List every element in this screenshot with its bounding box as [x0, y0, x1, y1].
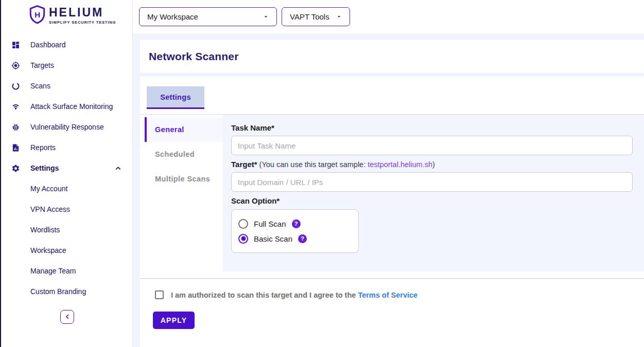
sidebar-item-label: Settings	[30, 164, 59, 172]
scan-option-group: Full Scan ? Basic Scan ?	[231, 209, 359, 253]
sidebar-item-targets[interactable]: Targets	[1, 55, 132, 76]
app-window: H HELIUM SIMPLIFY SECURITY TESTING Dashb…	[0, 0, 644, 347]
authorization-text: I am authorized to scan this target and …	[171, 291, 417, 299]
subnav-item-scheduled[interactable]: Scheduled	[145, 142, 223, 167]
page-title-card: Network Scanner	[140, 40, 644, 73]
logo-text: HELIUM SIMPLIFY SECURITY TESTING	[49, 7, 116, 25]
workspace-dropdown[interactable]: My Workspace	[139, 7, 277, 26]
terms-of-service-link[interactable]: Terms of Service	[358, 291, 417, 299]
form-divider	[140, 278, 644, 279]
sidebar-item-scans[interactable]: Scans	[1, 76, 132, 96]
brand-tagline: SIMPLIFY SECURITY TESTING	[49, 20, 116, 25]
shield-logo-icon: H	[29, 5, 45, 27]
sidebar-subitem-workspace[interactable]: Workspace	[1, 240, 132, 261]
task-name-label: Task Name*	[231, 123, 633, 132]
sidebar-item-label: Dashboard	[30, 41, 66, 49]
vapt-tools-dropdown[interactable]: VAPT Tools	[282, 7, 350, 26]
subitem-label: My Account	[30, 185, 67, 193]
target-label: Target* (You can use this target sample:…	[231, 160, 633, 169]
page-title: Network Scanner	[149, 50, 239, 63]
help-icon[interactable]: ?	[292, 220, 301, 228]
sidebar: H HELIUM SIMPLIFY SECURITY TESTING Dashb…	[1, 0, 133, 347]
subitem-label: Manage Team	[30, 267, 76, 275]
sidebar-item-label: Attack Surface Monitoring	[30, 102, 113, 111]
chevron-left-icon	[64, 313, 71, 322]
target-hint: (You can use this target sample: testpor…	[257, 160, 435, 169]
brand-name: HELIUM	[49, 7, 116, 19]
target-input[interactable]	[231, 172, 633, 192]
sidebar-nav: Dashboard Targets Scans Attack Surface M…	[1, 34, 132, 302]
subnav-item-general[interactable]: General	[145, 117, 223, 142]
subitem-label: Wordlists	[30, 226, 60, 234]
radio-label: Full Scan	[254, 220, 286, 228]
subitem-label: Workspace	[30, 246, 66, 254]
settings-panel: General Scheduled Multiple Scans Task Na…	[140, 115, 644, 271]
vapt-tools-dropdown-value: VAPT Tools	[290, 12, 329, 21]
helium-logo[interactable]: H HELIUM SIMPLIFY SECURITY TESTING	[1, 0, 132, 27]
subitem-label: Custom Branding	[30, 287, 86, 296]
sidebar-subitem-manage-team[interactable]: Manage Team	[1, 261, 132, 281]
topbar: My Workspace VAPT Tools	[133, 0, 644, 33]
sidebar-item-attack-surface-monitoring[interactable]: Attack Surface Monitoring	[1, 96, 132, 117]
radio-label: Basic Scan	[254, 234, 292, 243]
gear-icon	[11, 164, 20, 173]
sidebar-subitem-my-account[interactable]: My Account	[1, 178, 132, 199]
sidebar-subitem-vpn-access[interactable]: VPN Access	[1, 199, 132, 220]
radio-option-full-scan[interactable]: Full Scan ?	[238, 217, 358, 230]
scan-icon	[11, 82, 20, 90]
report-icon	[11, 143, 20, 152]
main-content: My Workspace VAPT Tools Network Scanner …	[133, 0, 644, 347]
sidebar-item-settings[interactable]: Settings	[1, 158, 132, 178]
subitem-label: VPN Access	[30, 205, 70, 213]
scan-form: Task Name* Target* (You can use this tar…	[223, 115, 644, 271]
sidebar-subitem-wordlists[interactable]: Wordlists	[1, 220, 132, 240]
svg-text:H: H	[34, 10, 40, 19]
target-hint-suffix: )	[432, 160, 435, 169]
sidebar-item-dashboard[interactable]: Dashboard	[1, 34, 132, 55]
sidebar-collapse-button[interactable]	[60, 310, 74, 324]
settings-subnav: General Scheduled Multiple Scans	[145, 115, 223, 271]
sidebar-item-label: Reports	[30, 143, 56, 152]
target-hint-prefix: (You can use this target sample:	[257, 160, 368, 169]
wifi-icon	[11, 102, 20, 111]
scanner-card: Settings General Scheduled Multiple Scan…	[140, 77, 644, 347]
target-sample-link[interactable]: testportal.helium.sh	[368, 160, 432, 169]
dashboard-icon	[11, 41, 20, 49]
sidebar-item-reports[interactable]: Reports	[1, 137, 132, 158]
caret-down-icon	[336, 14, 342, 20]
sidebar-item-label: Scans	[30, 82, 50, 90]
task-name-input[interactable]	[231, 136, 633, 155]
target-icon	[11, 61, 20, 70]
scan-option-label: Scan Option*	[231, 196, 633, 205]
radio-option-basic-scan[interactable]: Basic Scan ?	[238, 232, 358, 245]
caret-down-icon	[263, 14, 269, 20]
help-icon[interactable]: ?	[298, 234, 307, 243]
authorization-checkbox[interactable]	[155, 290, 164, 299]
authorization-text-body: I am authorized to scan this target and …	[171, 291, 358, 299]
sidebar-subitem-custom-branding[interactable]: Custom Branding	[1, 281, 132, 302]
sidebar-item-label: Vulnerability Response	[30, 123, 104, 131]
sidebar-item-label: Targets	[30, 61, 54, 69]
chevron-up-icon[interactable]	[115, 165, 121, 172]
authorization-row: I am authorized to scan this target and …	[155, 290, 644, 299]
page: Network Scanner Settings General Schedul…	[133, 33, 644, 347]
target-label-text: Target*	[231, 160, 257, 169]
radio-selected-icon[interactable]	[238, 234, 248, 244]
bug-icon	[11, 123, 20, 132]
tab-bar: Settings	[140, 77, 644, 109]
apply-button[interactable]: APPLY	[153, 312, 195, 329]
sidebar-item-vulnerability-response[interactable]: Vulnerability Response	[1, 117, 132, 137]
workspace-dropdown-value: My Workspace	[147, 12, 198, 21]
tab-settings[interactable]: Settings	[147, 86, 204, 109]
subnav-item-multiple-scans[interactable]: Multiple Scans	[145, 167, 223, 191]
radio-unselected-icon[interactable]	[238, 219, 248, 229]
